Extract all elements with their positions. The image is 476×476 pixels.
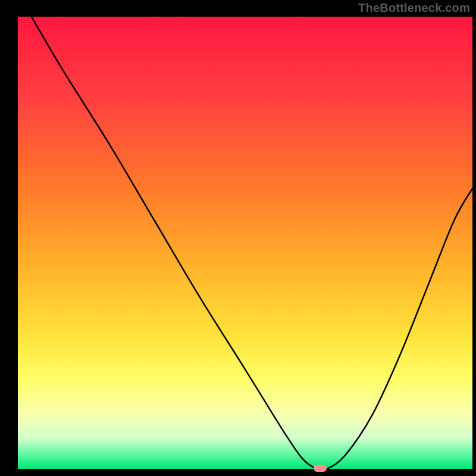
bottleneck-chart: [0, 0, 476, 476]
plot-background: [18, 17, 472, 469]
optimal-point-marker: [314, 465, 327, 472]
chart-frame: TheBottleneck.com: [0, 0, 476, 476]
watermark-text: TheBottleneck.com: [358, 1, 470, 15]
